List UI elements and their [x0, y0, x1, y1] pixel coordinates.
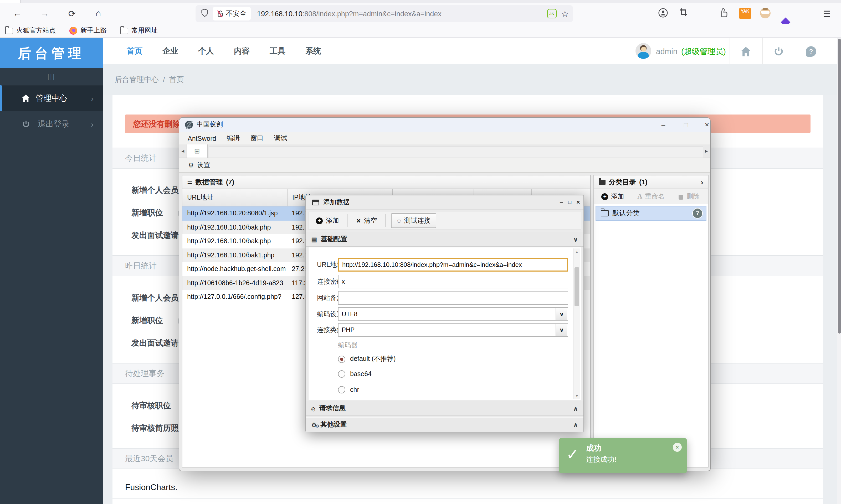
radio-label: default (不推荐) [350, 355, 396, 363]
tab-data-manager[interactable]: ⊞ [187, 144, 208, 158]
nav-home-icon[interactable] [739, 45, 752, 58]
avatar[interactable] [635, 43, 651, 59]
account-icon[interactable] [658, 8, 668, 18]
tab-scroll-left-icon[interactable]: ◀ [179, 144, 187, 158]
bookmark-getting-started[interactable]: 新手上路 [69, 26, 107, 35]
antsword-titlebar[interactable]: 中国蚁剑 – □ × [179, 118, 710, 132]
face-extension-icon[interactable] [760, 8, 771, 18]
nav-tools[interactable]: 工具 [269, 46, 286, 56]
nav-system[interactable]: 系统 [305, 46, 322, 56]
nodejs-icon[interactable]: JS [547, 9, 556, 18]
browser-scrollbar-thumb[interactable] [838, 39, 841, 334]
section-other-settings[interactable]: ⚙⚙ 其他设置 ∧ [306, 417, 583, 432]
browser-scrollbar[interactable] [837, 38, 841, 504]
breadcrumb-root[interactable]: 后台管理中心 [115, 75, 159, 85]
section-base-config[interactable]: ▤ 基础配置 ∨ [306, 232, 583, 247]
nav-enterprise[interactable]: 企业 [162, 46, 179, 56]
nav-content[interactable]: 内容 [233, 46, 250, 56]
window-title: 中国蚁剑 [197, 120, 223, 129]
note-field[interactable] [338, 291, 568, 305]
bookmark-common-sites[interactable]: 常用网址 [120, 26, 158, 35]
dialog-titlebar[interactable]: 添加数据 – □ × [306, 195, 583, 210]
browser-tabstrip [0, 0, 841, 3]
cell-ip: 192.1 [287, 238, 308, 245]
encoder-radio-base64[interactable]: base64 [338, 370, 372, 378]
bookmark-firefox-official[interactable]: 火狐官方站点 [5, 26, 56, 35]
chevron-down-icon[interactable]: ∨ [556, 308, 567, 320]
scroll-down-icon[interactable]: ▼ [574, 392, 580, 399]
password-field[interactable] [338, 275, 568, 288]
chevron-down-icon[interactable]: ∨ [556, 324, 567, 336]
success-toast: ✓ 成功 连接成功! × [559, 438, 687, 473]
bookmark-star-icon[interactable]: ☆ [561, 9, 569, 19]
button-label: 添加 [611, 192, 624, 201]
radio-icon [338, 370, 345, 378]
category-rename-button[interactable]: A重命名 [632, 189, 670, 204]
encoder-radio-chr[interactable]: chr [338, 386, 359, 393]
nav-home[interactable]: 首页 [126, 46, 143, 56]
reload-button[interactable]: ⟳ [64, 6, 80, 21]
bookmark-label: 火狐官方站点 [16, 26, 56, 35]
dialog-maximize-button[interactable]: □ [565, 195, 574, 209]
screenshot-crop-icon[interactable] [679, 8, 687, 16]
check-icon: ✓ [566, 445, 579, 463]
conn-type-select[interactable]: PHP∨ [338, 323, 568, 337]
encoder-group-label: 编码器 [338, 341, 358, 350]
nav-personal[interactable]: 个人 [198, 46, 214, 56]
category-add-button[interactable]: +添加 [594, 189, 632, 204]
tab-scroll-right-icon[interactable]: ▶ [703, 144, 710, 158]
cell-url: http://192.168.10.10/bak.php [182, 238, 287, 245]
menu-antsword[interactable]: AntSword [182, 135, 221, 142]
sidebar-collapse-handle[interactable]: ||| [0, 68, 103, 85]
menu-button[interactable]: ☰ [819, 6, 835, 21]
dialog-add-button[interactable]: +添加 [313, 216, 342, 225]
column-header-url[interactable]: URL地址 [182, 189, 287, 206]
dialog-clear-button[interactable]: ×清空 [353, 216, 380, 225]
firefox-icon [69, 27, 77, 35]
window-close-button[interactable]: × [699, 118, 715, 132]
section-request-info[interactable]: ℮ 请求信息 ∧ [306, 401, 583, 416]
window-minimize-button[interactable]: – [655, 118, 672, 132]
home-button[interactable]: ⌂ [90, 6, 106, 21]
screen: ← → ⟳ ⌂ 不安全 192.168.10.10:808/index.php?… [0, 0, 841, 504]
yak-extension-icon[interactable]: YAK [739, 8, 751, 19]
nav-help-icon[interactable]: ? [805, 45, 817, 58]
thumb-extension-icon[interactable] [719, 8, 728, 18]
dialog-minimize-button[interactable]: – [557, 195, 565, 209]
conn-type-value: PHP [341, 326, 354, 334]
radio-label: base64 [350, 370, 372, 378]
radio-icon [338, 355, 345, 363]
sidebar-item-label: 退出登录 [38, 119, 69, 129]
url-field[interactable] [338, 258, 568, 272]
menu-window[interactable]: 窗口 [245, 134, 268, 143]
stat-label: 待审核职位 [132, 401, 171, 411]
back-button[interactable]: ← [10, 6, 25, 21]
sidebar-item-logout[interactable]: 退出登录 › [0, 111, 103, 137]
url-bar[interactable]: 不安全 192.168.10.10:808/index.php?m=admin&… [195, 5, 573, 22]
nav-logout-icon[interactable] [772, 45, 785, 58]
chevron-right-icon[interactable]: › [701, 178, 703, 186]
user-name[interactable]: admin [656, 47, 678, 56]
security-badge[interactable]: 不安全 [213, 7, 251, 20]
window-maximize-button[interactable]: □ [678, 118, 694, 132]
menu-debug[interactable]: 调试 [268, 134, 292, 143]
forward-button[interactable]: → [37, 6, 53, 21]
sidebar-item-admin-center[interactable]: 管理中心 › [0, 85, 103, 111]
settings-button[interactable]: 设置 [197, 161, 210, 170]
shield-icon[interactable] [201, 8, 209, 19]
scroll-up-icon[interactable]: ▲ [574, 249, 580, 255]
form-scrollbar-thumb[interactable] [574, 267, 579, 306]
encoder-radio-default[interactable]: default (不推荐) [338, 355, 396, 363]
category-item-default[interactable]: 默认分类 7 [596, 206, 706, 221]
test-connection-button[interactable]: ◌测试连接 [391, 213, 436, 228]
data-count: (7) [226, 178, 234, 186]
menu-edit[interactable]: 编辑 [221, 134, 245, 143]
category-delete-button[interactable]: 删除 [670, 189, 708, 204]
radio-icon [338, 386, 345, 393]
encoding-select[interactable]: UTF8∨ [338, 307, 568, 321]
form-scrollbar[interactable]: ▲ ▼ [573, 249, 580, 399]
dialog-close-button[interactable]: × [574, 195, 582, 209]
url-text[interactable]: 192.168.10.10:808/index.php?m=admin&c=in… [257, 10, 441, 18]
toast-close-button[interactable]: × [673, 443, 682, 452]
category-toolbar: +添加 A重命名 删除 [594, 189, 708, 204]
